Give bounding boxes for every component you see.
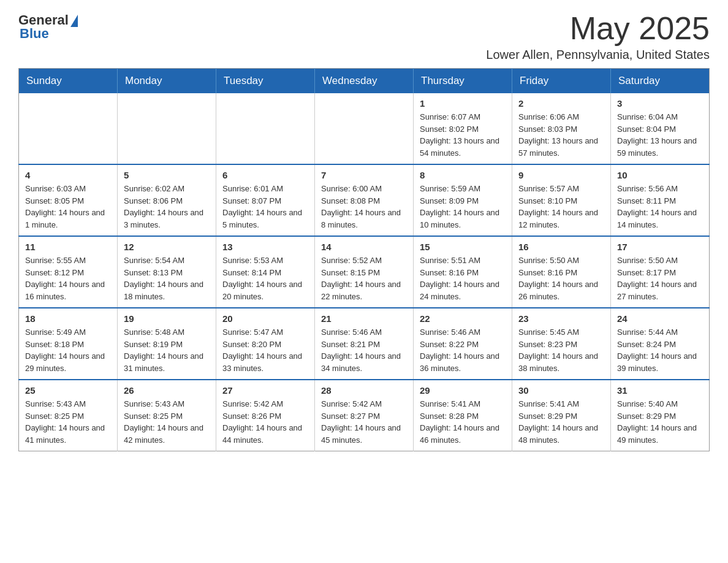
calendar-cell: 14Sunrise: 5:52 AMSunset: 8:15 PMDayligh… [315,236,414,308]
day-number: 16 [518,242,604,252]
day-info: Sunrise: 5:45 AMSunset: 8:23 PMDaylight:… [518,326,604,374]
calendar-cell: 15Sunrise: 5:51 AMSunset: 8:16 PMDayligh… [414,236,512,308]
calendar-cell: 18Sunrise: 5:49 AMSunset: 8:18 PMDayligh… [19,308,118,380]
calendar-cell: 6Sunrise: 6:01 AMSunset: 8:07 PMDaylight… [216,164,315,236]
calendar-day-header: Monday [118,69,216,94]
day-info: Sunrise: 5:50 AMSunset: 8:16 PMDaylight:… [518,255,604,302]
calendar-cell: 11Sunrise: 5:55 AMSunset: 8:12 PMDayligh… [19,236,118,308]
day-info: Sunrise: 6:00 AMSunset: 8:08 PMDaylight:… [321,183,407,231]
calendar-week-row: 25Sunrise: 5:43 AMSunset: 8:25 PMDayligh… [19,380,710,451]
day-number: 13 [222,242,308,252]
calendar-cell: 29Sunrise: 5:41 AMSunset: 8:28 PMDayligh… [414,380,512,451]
day-number: 11 [25,242,111,252]
calendar-cell: 8Sunrise: 5:59 AMSunset: 8:09 PMDaylight… [414,164,512,236]
calendar-cell: 16Sunrise: 5:50 AMSunset: 8:16 PMDayligh… [512,236,611,308]
logo: General Blue [18,12,78,42]
day-info: Sunrise: 5:43 AMSunset: 8:25 PMDaylight:… [124,398,210,446]
calendar-cell: 9Sunrise: 5:57 AMSunset: 8:10 PMDaylight… [512,164,611,236]
calendar-cell: 24Sunrise: 5:44 AMSunset: 8:24 PMDayligh… [611,308,710,380]
day-info: Sunrise: 6:04 AMSunset: 8:04 PMDaylight:… [617,111,703,159]
day-number: 5 [124,170,210,180]
calendar-cell: 26Sunrise: 5:43 AMSunset: 8:25 PMDayligh… [118,380,216,451]
day-info: Sunrise: 5:40 AMSunset: 8:29 PMDaylight:… [617,398,703,446]
day-info: Sunrise: 5:49 AMSunset: 8:18 PMDaylight:… [25,326,111,374]
calendar-cell: 7Sunrise: 6:00 AMSunset: 8:08 PMDaylight… [315,164,414,236]
day-info: Sunrise: 6:06 AMSunset: 8:03 PMDaylight:… [518,111,604,159]
day-number: 21 [321,313,407,324]
day-info: Sunrise: 5:46 AMSunset: 8:22 PMDaylight:… [420,326,506,374]
day-number: 7 [321,170,407,180]
day-info: Sunrise: 5:46 AMSunset: 8:21 PMDaylight:… [321,326,407,374]
day-info: Sunrise: 5:57 AMSunset: 8:10 PMDaylight:… [518,183,604,231]
day-number: 30 [518,385,604,396]
calendar-cell: 5Sunrise: 6:02 AMSunset: 8:06 PMDaylight… [118,164,216,236]
title-section: May 2025 Lower Allen, Pennsylvania, Unit… [486,12,710,62]
day-number: 6 [222,170,308,180]
calendar-cell: 12Sunrise: 5:54 AMSunset: 8:13 PMDayligh… [118,236,216,308]
day-info: Sunrise: 5:56 AMSunset: 8:11 PMDaylight:… [617,183,703,231]
calendar-cell: 19Sunrise: 5:48 AMSunset: 8:19 PMDayligh… [118,308,216,380]
day-number: 9 [518,170,604,180]
calendar-week-row: 11Sunrise: 5:55 AMSunset: 8:12 PMDayligh… [19,236,710,308]
calendar-cell: 27Sunrise: 5:42 AMSunset: 8:26 PMDayligh… [216,380,315,451]
calendar-cell: 22Sunrise: 5:46 AMSunset: 8:22 PMDayligh… [414,308,512,380]
day-number: 29 [420,385,506,396]
day-number: 25 [25,385,111,396]
day-info: Sunrise: 6:02 AMSunset: 8:06 PMDaylight:… [124,183,210,231]
day-number: 24 [617,313,703,324]
calendar-cell: 17Sunrise: 5:50 AMSunset: 8:17 PMDayligh… [611,236,710,308]
calendar-week-row: 1Sunrise: 6:07 AMSunset: 8:02 PMDaylight… [19,93,710,164]
day-info: Sunrise: 5:48 AMSunset: 8:19 PMDaylight:… [124,326,210,374]
location-title: Lower Allen, Pennsylvania, United States [486,48,710,62]
calendar-week-row: 18Sunrise: 5:49 AMSunset: 8:18 PMDayligh… [19,308,710,380]
day-info: Sunrise: 5:51 AMSunset: 8:16 PMDaylight:… [420,255,506,302]
day-info: Sunrise: 5:42 AMSunset: 8:27 PMDaylight:… [321,398,407,446]
calendar-day-header: Sunday [19,69,118,94]
calendar-week-row: 4Sunrise: 6:03 AMSunset: 8:05 PMDaylight… [19,164,710,236]
logo-triangle-icon [70,15,78,27]
calendar-cell: 30Sunrise: 5:41 AMSunset: 8:29 PMDayligh… [512,380,611,451]
day-info: Sunrise: 5:42 AMSunset: 8:26 PMDaylight:… [222,398,308,446]
day-info: Sunrise: 5:43 AMSunset: 8:25 PMDaylight:… [25,398,111,446]
calendar-day-header: Tuesday [216,69,315,94]
calendar-day-header: Friday [512,69,611,94]
day-number: 22 [420,313,506,324]
calendar-cell: 13Sunrise: 5:53 AMSunset: 8:14 PMDayligh… [216,236,315,308]
calendar-cell: 28Sunrise: 5:42 AMSunset: 8:27 PMDayligh… [315,380,414,451]
calendar-header-row: SundayMondayTuesdayWednesdayThursdayFrid… [19,69,710,94]
day-info: Sunrise: 5:55 AMSunset: 8:12 PMDaylight:… [25,255,111,302]
day-number: 3 [617,98,703,109]
day-number: 23 [518,313,604,324]
day-info: Sunrise: 6:01 AMSunset: 8:07 PMDaylight:… [222,183,308,231]
month-title: May 2025 [486,12,710,44]
calendar-cell: 31Sunrise: 5:40 AMSunset: 8:29 PMDayligh… [611,380,710,451]
day-number: 31 [617,385,703,396]
day-info: Sunrise: 6:07 AMSunset: 8:02 PMDaylight:… [420,111,506,159]
day-info: Sunrise: 6:03 AMSunset: 8:05 PMDaylight:… [25,183,111,231]
calendar-cell: 21Sunrise: 5:46 AMSunset: 8:21 PMDayligh… [315,308,414,380]
day-number: 17 [617,242,703,252]
page-header: General Blue May 2025 Lower Allen, Penns… [18,12,710,62]
day-number: 8 [420,170,506,180]
day-number: 14 [321,242,407,252]
day-info: Sunrise: 5:54 AMSunset: 8:13 PMDaylight:… [124,255,210,302]
day-info: Sunrise: 5:53 AMSunset: 8:14 PMDaylight:… [222,255,308,302]
day-info: Sunrise: 5:41 AMSunset: 8:29 PMDaylight:… [518,398,604,446]
day-number: 19 [124,313,210,324]
calendar-cell: 23Sunrise: 5:45 AMSunset: 8:23 PMDayligh… [512,308,611,380]
calendar-cell: 2Sunrise: 6:06 AMSunset: 8:03 PMDaylight… [512,93,611,164]
day-number: 1 [420,98,506,109]
calendar-cell: 4Sunrise: 6:03 AMSunset: 8:05 PMDaylight… [19,164,118,236]
day-info: Sunrise: 5:59 AMSunset: 8:09 PMDaylight:… [420,183,506,231]
day-number: 12 [124,242,210,252]
calendar-cell [216,93,315,164]
day-info: Sunrise: 5:50 AMSunset: 8:17 PMDaylight:… [617,255,703,302]
day-info: Sunrise: 5:44 AMSunset: 8:24 PMDaylight:… [617,326,703,374]
calendar-cell: 1Sunrise: 6:07 AMSunset: 8:02 PMDaylight… [414,93,512,164]
day-number: 18 [25,313,111,324]
calendar-cell: 3Sunrise: 6:04 AMSunset: 8:04 PMDaylight… [611,93,710,164]
calendar-day-header: Thursday [414,69,512,94]
day-number: 26 [124,385,210,396]
logo-blue-text: Blue [18,26,49,42]
calendar-cell: 10Sunrise: 5:56 AMSunset: 8:11 PMDayligh… [611,164,710,236]
